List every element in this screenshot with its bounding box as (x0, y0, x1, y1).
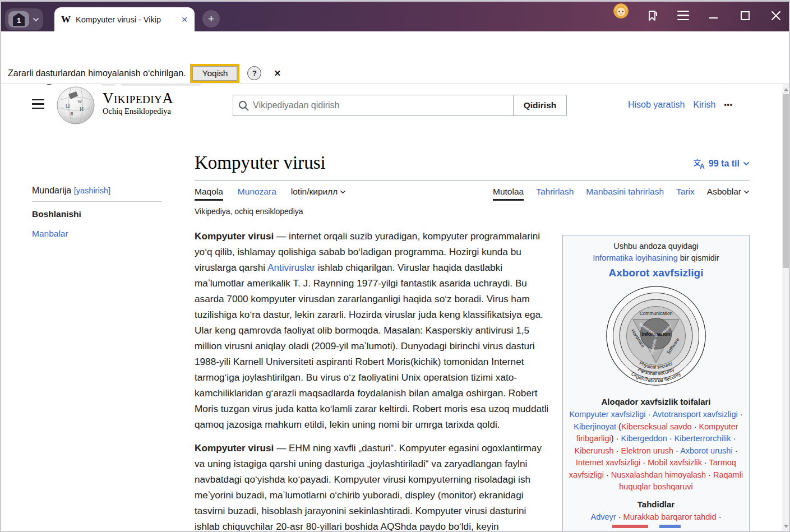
infobox-separator: ) · (611, 434, 621, 443)
infobox-link[interactable]: Kiberurush (575, 446, 614, 455)
page-title: Kompyuter virusi (195, 152, 750, 173)
protection-notification-bar: Zararli dasturlardan himoyalanish oʻchir… (0, 63, 790, 84)
infobox-link[interactable]: Murakkab barqaror tahdid (623, 512, 717, 521)
tab-counter-button[interactable]: 1 (5, 8, 43, 30)
infobox-link[interactable]: Kiberjinoyat (574, 422, 616, 431)
infobox-link[interactable]: Avtotransport xavfsizligi (653, 410, 738, 419)
infobox-link[interactable]: Adveyr (591, 512, 616, 521)
browser-tab-bar: 1 W Kompyuter virusi - Vikip ✕ + (0, 0, 790, 31)
wikipedia-wordmark[interactable]: VikipediyA Ochiq Ensiklopediya (103, 90, 173, 116)
threats-links: Adveyr · Murakkab barqaror tahdid · (569, 511, 743, 524)
help-icon[interactable]: ? (247, 66, 261, 80)
svg-text:Ω: Ω (66, 103, 70, 109)
tab-title: Kompyuter virusi - Vikip (76, 15, 176, 24)
tab-manbasini-tahrirlash[interactable]: Manbasini tahrirlash (586, 187, 664, 201)
site-tagline: Vikipediya, ochiq ensiklopediya (195, 207, 750, 216)
window-top-border (0, 0, 790, 2)
notification-close-icon[interactable]: ✕ (274, 68, 281, 78)
information-security-diagram: Information Communication Hardware Softw… (601, 281, 711, 391)
window-close-button[interactable] (770, 10, 782, 21)
infobox-separator: ( (616, 422, 621, 431)
variant-selector[interactable]: lotin/кирилл (291, 187, 347, 201)
browser-tab-active[interactable]: W Kompyuter virusi - Vikip ✕ (54, 7, 195, 31)
chevron-down-icon (743, 160, 750, 167)
infobox-link[interactable]: Internet xavfsizligi (576, 458, 640, 467)
toc-divider (32, 201, 162, 202)
infobox-link[interactable]: Kiberterrorchilik (674, 434, 731, 443)
infobox-link[interactable]: Kiberseksual savdo (621, 422, 692, 431)
infobox-link[interactable]: Axborot urushi (680, 446, 733, 455)
language-selector-button[interactable]: A 99 ta til (693, 158, 750, 169)
chevron-down-icon (32, 16, 40, 24)
toc-hide-link[interactable]: [yashirish] (74, 186, 110, 195)
title-divider (195, 180, 750, 181)
svg-text:W: W (77, 99, 82, 104)
tab-count-shield-icon: 1 (13, 13, 25, 26)
login-link[interactable]: Kirish (693, 100, 715, 110)
bookmarks-panel-icon[interactable] (646, 9, 659, 22)
scroll-up-arrow-icon[interactable] (784, 88, 788, 91)
svg-text:Communication: Communication (640, 311, 673, 316)
new-tab-button[interactable]: + (202, 10, 220, 27)
paragraph-1: Kompyuter virusi — internet orqali suzib… (195, 228, 553, 432)
search-input-box[interactable] (233, 95, 514, 116)
infobox-separator: · (733, 446, 738, 455)
infobox-separator: · (731, 434, 736, 443)
table-of-contents: Mundarija [yashirish] Boshlanishi Manbal… (32, 186, 162, 239)
infobox-separator: · (738, 410, 743, 419)
infobox-intro-line2: Informatika loyihasining bir qismidir (569, 252, 743, 264)
informatika-project-link[interactable]: Informatika loyihasining (593, 253, 678, 262)
infobox-separator: · (706, 470, 713, 479)
logo-subtitle: Ochiq Ensiklopediya (103, 107, 173, 116)
scroll-down-arrow-icon[interactable] (784, 525, 788, 528)
infobox-separator: · (616, 512, 623, 521)
svg-text:И: И (80, 106, 84, 112)
infobox-link[interactable]: Mobil xavfsizlik (648, 458, 702, 467)
antiviruslar-link[interactable]: Antiviruslar (267, 262, 315, 273)
translate-icon: A (693, 158, 705, 169)
tools-menu[interactable]: Asboblar (707, 187, 750, 201)
related-categories-heading: Aloqador xavfsizlik toifalari (569, 396, 743, 408)
threats-heading: Tahdidlar (569, 498, 743, 510)
tab-tarix[interactable]: Tarix (676, 187, 695, 201)
wikipedia-globe-logo[interactable]: Ω W И ส (56, 85, 95, 126)
infobox-link[interactable]: Elektron urush (621, 446, 674, 455)
infobox-link[interactable]: Kompyuter xavfsizligi (569, 410, 645, 419)
window-maximize-button[interactable] (740, 11, 750, 21)
chevron-down-icon (743, 189, 750, 195)
infobox-separator: · (702, 458, 709, 467)
language-count-label: 99 ta til (709, 159, 740, 169)
user-menu-ellipsis-icon[interactable]: ••• (724, 101, 733, 109)
tab-tahrirlash[interactable]: Tahrirlash (536, 187, 574, 201)
infobox-separator: · (692, 422, 699, 431)
wiki-main-menu-icon[interactable] (32, 99, 44, 109)
window-left-border (0, 0, 1, 532)
svg-text:A: A (700, 163, 705, 169)
tab-close-icon[interactable]: ✕ (181, 15, 188, 24)
window-minimize-button[interactable] (709, 17, 718, 19)
infobox-intro-line1: Ushbu andoza quyidagi (569, 240, 743, 252)
toc-item-boshlanishi[interactable]: Boshlanishi (32, 209, 162, 219)
search-submit-button[interactable]: Qidirish (513, 95, 567, 116)
paragraph-2: Kompyuter virusi — EHM ning xavfli „dast… (195, 440, 553, 532)
enable-protection-button[interactable]: Yoqish (192, 66, 237, 81)
infobox-title-link[interactable]: Axborot xavfsizligi (569, 267, 743, 279)
infobox-link[interactable]: Nusxalashdan himoyalash (611, 470, 706, 479)
profile-avatar[interactable] (613, 3, 629, 18)
search-input[interactable] (253, 100, 513, 110)
logo-title: VikipediyA (103, 90, 173, 107)
infobox-separator: · (673, 446, 680, 455)
tab-mutolaa[interactable]: Mutolaa (493, 187, 524, 201)
chevron-down-icon (340, 189, 346, 195)
tab-counter-badge: 1 (8, 11, 29, 27)
article-container: Kompyuter virusi A 99 ta til Maqola Muno… (195, 145, 750, 532)
infobox-link[interactable]: Kibergeddon (621, 434, 667, 443)
infobox-separator: · (646, 410, 653, 419)
clipped-text-row (581, 525, 731, 528)
article-body: Kompyuter virusi — internet orqali suzib… (195, 228, 553, 532)
toc-item-manbalar[interactable]: Manbalar (32, 229, 162, 239)
create-account-link[interactable]: Hisob yaratish (628, 100, 685, 110)
tab-maqola[interactable]: Maqola (195, 187, 223, 201)
browser-menu-icon[interactable] (677, 11, 689, 20)
tab-munozara[interactable]: Munozara (238, 187, 276, 201)
